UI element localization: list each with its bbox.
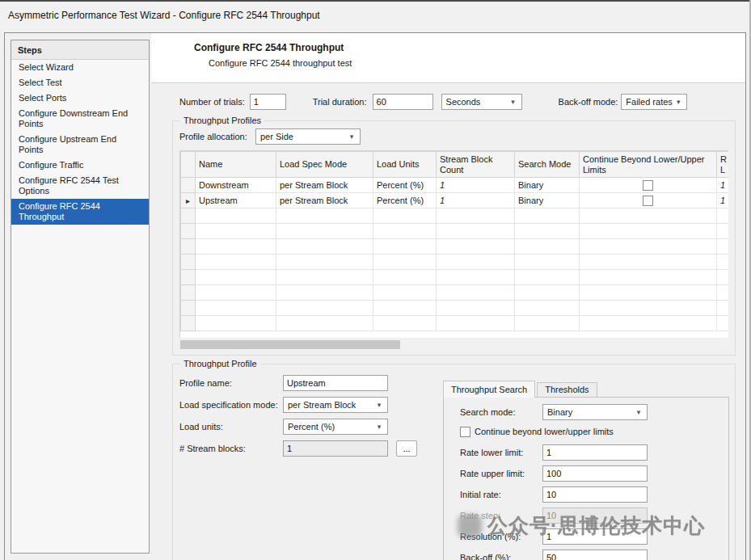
- steps-panel: Steps Select WizardSelect TestSelect Por…: [11, 40, 150, 554]
- resolution-input[interactable]: [542, 528, 648, 545]
- trial-duration-input[interactable]: [373, 94, 433, 110]
- table-cell[interactable]: 1: [437, 178, 515, 193]
- initial-rate-input[interactable]: [542, 486, 648, 503]
- sidebar-item-configure-upstream-end-points[interactable]: Configure Upstream End Points: [11, 132, 149, 158]
- search-mode-select[interactable]: Binary ▾: [542, 404, 648, 420]
- row-selector-cell[interactable]: ▸: [181, 193, 196, 208]
- horizontal-scrollbar[interactable]: [179, 339, 728, 350]
- table-cell: [276, 301, 373, 316]
- backoff-mode-select[interactable]: Failed rates ▾: [621, 94, 687, 110]
- column-header[interactable]: Load Spec Mode: [276, 152, 373, 178]
- table-cell: [515, 301, 580, 316]
- table-cell[interactable]: Percent (%): [373, 178, 437, 193]
- throughput-profile-group: Throughput Profile Profile name: Load sp…: [172, 359, 736, 560]
- table-cell[interactable]: Binary: [515, 193, 580, 208]
- table-row[interactable]: Downstreamper Stream BlockPercent (%)1Bi…: [181, 178, 729, 193]
- table-cell[interactable]: Downstream: [196, 178, 276, 193]
- table-cell: [580, 255, 717, 270]
- backoff-percent-input[interactable]: [542, 549, 648, 560]
- table-cell: [580, 193, 717, 208]
- table-empty-row: [181, 208, 729, 224]
- profile-name-label: Profile name:: [179, 378, 283, 388]
- profile-name-input[interactable]: [283, 375, 388, 391]
- rate-upper-limit-input[interactable]: [542, 465, 648, 482]
- table-cell[interactable]: 1: [717, 193, 729, 208]
- table-cell: [437, 208, 515, 224]
- table-cell[interactable]: 1: [717, 178, 729, 193]
- column-header[interactable]: Name: [196, 152, 276, 178]
- table-cell: [196, 316, 276, 331]
- stream-blocks-browse-button[interactable]: ...: [396, 440, 417, 457]
- continue-beyond-limits-label[interactable]: Continue beyond lower/upper limits: [475, 427, 614, 436]
- table-row[interactable]: ▸Upstreamper Stream BlockPercent (%)1Bin…: [181, 193, 729, 208]
- table-cell[interactable]: per Stream Block: [276, 193, 373, 208]
- chevron-down-icon: ▾: [373, 423, 385, 431]
- stream-blocks-input[interactable]: [283, 440, 388, 457]
- steps-list: Select WizardSelect TestSelect PortsConf…: [11, 60, 149, 225]
- table-cell: [437, 270, 515, 285]
- trial-duration-label: Trial duration:: [313, 97, 367, 107]
- column-header[interactable]: Continue Beyond Lower/Upper Limits: [580, 152, 717, 178]
- number-of-trials-input[interactable]: [250, 94, 286, 110]
- chevron-down-icon: ▾: [373, 401, 385, 409]
- table-empty-row: [181, 301, 729, 316]
- sidebar-item-configure-traffic[interactable]: Configure Traffic: [11, 158, 149, 173]
- table-cell[interactable]: Upstream: [196, 193, 276, 208]
- throughput-profiles-group-title: Throughput Profiles: [180, 116, 264, 125]
- row-selector-cell: [181, 316, 196, 331]
- table-cell: [373, 255, 437, 270]
- table-empty-row: [181, 255, 729, 270]
- row-selector-header: [181, 152, 196, 178]
- continue-beyond-limits-checkbox[interactable]: [460, 427, 470, 437]
- continue-beyond-checkbox[interactable]: [643, 196, 653, 206]
- profiles-table: NameLoad Spec ModeLoad UnitsStream Block…: [180, 151, 728, 331]
- duration-unit-value: Seconds: [446, 97, 481, 107]
- column-header[interactable]: R L: [717, 152, 729, 178]
- rate-upper-limit-label: Rate upper limit:: [460, 469, 542, 478]
- column-header[interactable]: Load Units: [373, 152, 437, 178]
- load-spec-mode-select[interactable]: per Stream Block ▾: [283, 397, 388, 413]
- table-cell: [515, 239, 580, 255]
- table-empty-row: [181, 285, 729, 301]
- table-cell: [717, 301, 729, 316]
- current-row-marker-icon: ▸: [186, 196, 190, 205]
- table-cell[interactable]: per Stream Block: [276, 178, 373, 193]
- backoff-mode-value: Failed rates: [626, 97, 672, 107]
- profile-allocation-value: per Side: [260, 132, 293, 141]
- sidebar-item-select-test[interactable]: Select Test: [11, 75, 149, 91]
- table-cell[interactable]: 1: [437, 193, 515, 208]
- row-selector-cell: [181, 224, 196, 239]
- profile-allocation-select[interactable]: per Side ▾: [255, 128, 361, 145]
- table-cell: [515, 208, 580, 224]
- search-mode-value: Binary: [547, 407, 572, 417]
- table-cell[interactable]: Binary: [515, 178, 580, 193]
- column-header[interactable]: Stream Block Count: [437, 152, 515, 178]
- wizard-dialog: Steps Select WizardSelect TestSelect Por…: [4, 32, 746, 560]
- stream-blocks-label: # Stream blocks:: [179, 444, 283, 453]
- sidebar-item-configure-downstream-end-points[interactable]: Configure Downstream End Points: [11, 106, 149, 132]
- row-selector-cell: [181, 285, 196, 301]
- sidebar-item-configure-rfc-2544-test-options[interactable]: Configure RFC 2544 Test Options: [11, 173, 149, 199]
- table-cell[interactable]: Percent (%): [373, 193, 437, 208]
- chevron-down-icon: ▾: [508, 98, 519, 106]
- tab-throughput-search[interactable]: Throughput Search: [443, 381, 535, 398]
- page-content: Number of trials: Trial duration: Second…: [151, 84, 746, 560]
- sidebar-item-select-wizard[interactable]: Select Wizard: [11, 60, 149, 75]
- duration-unit-select[interactable]: Seconds ▾: [441, 94, 522, 110]
- chevron-down-icon: ▾: [633, 408, 644, 416]
- row-selector-cell[interactable]: [181, 178, 196, 193]
- sidebar-item-select-ports[interactable]: Select Ports: [11, 91, 149, 106]
- continue-beyond-checkbox[interactable]: [643, 180, 653, 191]
- window-title: Asymmetric Performance Test Wizard - Con…: [8, 10, 320, 21]
- table-cell: [580, 178, 717, 193]
- rate-lower-limit-input[interactable]: [542, 444, 648, 461]
- load-units-select[interactable]: Percent (%) ▾: [283, 419, 388, 435]
- search-mode-label: Search mode:: [460, 407, 542, 417]
- scrollbar-thumb[interactable]: [180, 340, 400, 349]
- column-header[interactable]: Search Mode: [515, 152, 580, 178]
- table-empty-row: [181, 239, 729, 255]
- profile-allocation-label: Profile allocation:: [179, 132, 253, 141]
- sidebar-item-configure-rfc-2544-throughput[interactable]: Configure RFC 2544 Throughput: [11, 199, 149, 225]
- table-cell: [196, 270, 276, 285]
- tab-thresholds[interactable]: Thresholds: [537, 382, 597, 397]
